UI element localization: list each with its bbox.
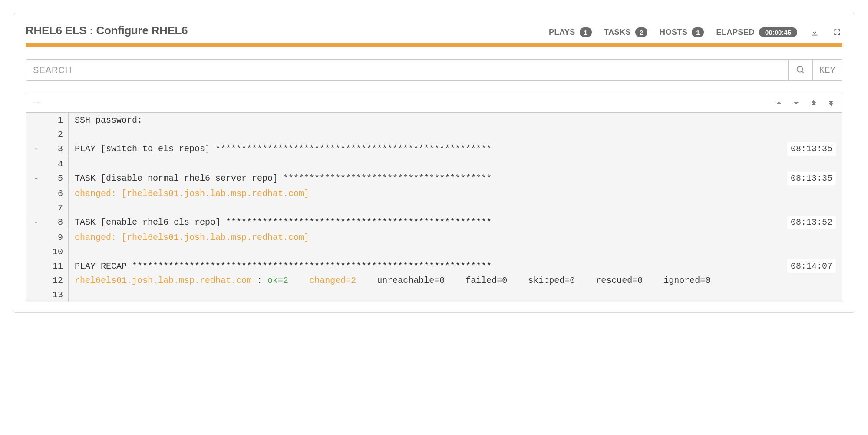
- output-body[interactable]: 1SSH password:2308:13:35PLAY [switch to …: [26, 113, 842, 302]
- output-line: 308:13:35PLAY [switch to els repos] ****…: [26, 141, 842, 156]
- output-line: 9changed: [rhel6els01.josh.lab.msp.redha…: [26, 230, 842, 244]
- line-text: 08:14:07PLAY RECAP *********************…: [69, 259, 842, 273]
- output-line: 12rhel6els01.josh.lab.msp.redhat.com : o…: [26, 273, 842, 287]
- line-text: 08:13:35TASK [disable normal rhel6 serve…: [69, 171, 842, 185]
- line-segment: TASK [disable normal rhel6 server repo] …: [75, 173, 492, 183]
- line-segment: PLAY [switch to els repos] *************…: [75, 144, 492, 154]
- line-text: rhel6els01.josh.lab.msp.redhat.com : ok=…: [69, 273, 842, 287]
- collapse-all-icon[interactable]: −: [32, 97, 39, 109]
- line-segment: rhel6els01.josh.lab.msp.redhat.com: [75, 276, 252, 286]
- stat-plays-label: PLAYS: [549, 28, 575, 37]
- output-line: 7: [26, 200, 842, 215]
- line-text: [69, 127, 842, 128]
- stat-elapsed-value: 00:00:45: [759, 27, 797, 37]
- line-segment: TASK [enable rhel6 els repo] ***********…: [75, 217, 492, 227]
- line-segment: changed: [rhel6els01.josh.lab.msp.redhat…: [75, 232, 309, 242]
- line-text: [69, 200, 842, 201]
- line-expand-toggle: [26, 200, 46, 202]
- stat-tasks-label: TASKS: [604, 28, 631, 37]
- line-expand-toggle[interactable]: [26, 141, 46, 156]
- line-segment: [288, 276, 309, 286]
- line-number: 7: [46, 200, 69, 215]
- line-expand-toggle: [26, 273, 46, 275]
- line-timestamp: 08:13:35: [787, 142, 836, 156]
- line-text: [69, 156, 842, 157]
- output-line: 1SSH password:: [26, 113, 842, 127]
- panel-header: RHEL6 ELS : Configure RHEL6 PLAYS 1 TASK…: [26, 24, 842, 37]
- stat-hosts: HOSTS 1: [660, 27, 704, 37]
- output-line: 1108:14:07PLAY RECAP *******************…: [26, 259, 842, 273]
- line-timestamp: 08:14:07: [787, 259, 836, 273]
- output-line: 6changed: [rhel6els01.josh.lab.msp.redha…: [26, 186, 842, 200]
- line-timestamp: 08:13:52: [787, 216, 836, 229]
- line-number: 6: [46, 186, 69, 200]
- line-segment: ok=2: [267, 276, 288, 286]
- line-segment: changed=2: [309, 276, 356, 286]
- progress-bar: [26, 43, 842, 47]
- scroll-down-icon[interactable]: [792, 98, 801, 108]
- line-number: 3: [46, 141, 69, 156]
- line-number: 13: [46, 287, 69, 302]
- output-line: 508:13:35TASK [disable normal rhel6 serv…: [26, 171, 842, 186]
- line-text: 08:13:52TASK [enable rhel6 els repo] ***…: [69, 215, 842, 229]
- search-row: KEY: [26, 59, 842, 81]
- line-number: 2: [46, 127, 69, 141]
- line-number: 4: [46, 156, 69, 171]
- expand-icon[interactable]: [832, 27, 842, 37]
- line-expand-toggle: [26, 244, 46, 246]
- scroll-up-icon[interactable]: [774, 98, 784, 108]
- line-expand-toggle: [26, 156, 46, 158]
- download-icon[interactable]: [809, 27, 820, 37]
- search-button[interactable]: [789, 59, 813, 81]
- page-down-icon[interactable]: [826, 98, 836, 108]
- line-expand-toggle: [26, 186, 46, 188]
- output-line: 2: [26, 127, 842, 141]
- output-toolbar: −: [26, 93, 842, 113]
- line-expand-toggle[interactable]: [26, 215, 46, 230]
- output-line: 10: [26, 244, 842, 259]
- line-segment: SSH password:: [75, 115, 142, 125]
- output-line: 808:13:52TASK [enable rhel6 els repo] **…: [26, 215, 842, 230]
- line-text: [69, 287, 842, 288]
- stat-hosts-count: 1: [692, 27, 704, 37]
- line-number: 12: [46, 273, 69, 287]
- line-number: 11: [46, 259, 69, 273]
- page-up-icon[interactable]: [809, 98, 818, 108]
- line-text: changed: [rhel6els01.josh.lab.msp.redhat…: [69, 186, 842, 200]
- line-text: [69, 244, 842, 245]
- line-number: 8: [46, 215, 69, 229]
- line-segment: unreachable=0 failed=0 skipped=0 rescued…: [356, 276, 710, 286]
- line-expand-toggle: [26, 127, 46, 129]
- line-number: 9: [46, 230, 69, 244]
- stat-hosts-label: HOSTS: [660, 28, 688, 37]
- line-segment: PLAY RECAP *****************************…: [75, 261, 492, 271]
- stat-plays-count: 1: [580, 27, 592, 37]
- key-button[interactable]: KEY: [813, 59, 842, 81]
- search-input[interactable]: [26, 59, 789, 81]
- output-line: 4: [26, 156, 842, 171]
- line-expand-toggle: [26, 259, 46, 260]
- line-number: 10: [46, 244, 69, 259]
- line-segment: changed: [rhel6els01.josh.lab.msp.redhat…: [75, 189, 309, 199]
- line-expand-toggle: [26, 113, 46, 114]
- stat-plays: PLAYS 1: [549, 27, 592, 37]
- line-text: changed: [rhel6els01.josh.lab.msp.redhat…: [69, 230, 842, 244]
- output-panel: − 1SSH password:2308:13:35PLAY [switch t…: [26, 93, 842, 302]
- job-title: RHEL6 ELS : Configure RHEL6: [26, 24, 188, 37]
- stat-tasks: TASKS 2: [604, 27, 647, 37]
- stat-elapsed: ELAPSED 00:00:45: [716, 27, 797, 37]
- line-text: 08:13:35PLAY [switch to els repos] *****…: [69, 141, 842, 156]
- line-number: 5: [46, 171, 69, 185]
- line-number: 1: [46, 113, 69, 127]
- line-expand-toggle: [26, 287, 46, 289]
- job-output-panel: RHEL6 ELS : Configure RHEL6 PLAYS 1 TASK…: [13, 13, 855, 313]
- stat-tasks-count: 2: [635, 27, 647, 37]
- line-timestamp: 08:13:35: [787, 172, 836, 185]
- stat-elapsed-label: ELAPSED: [716, 28, 755, 37]
- job-stats: PLAYS 1 TASKS 2 HOSTS 1 ELAPSED 00:00:45: [549, 27, 842, 37]
- line-segment: :: [252, 276, 267, 286]
- output-line: 13: [26, 287, 842, 302]
- line-text: SSH password:: [69, 113, 842, 127]
- line-expand-toggle[interactable]: [26, 171, 46, 186]
- line-expand-toggle: [26, 230, 46, 232]
